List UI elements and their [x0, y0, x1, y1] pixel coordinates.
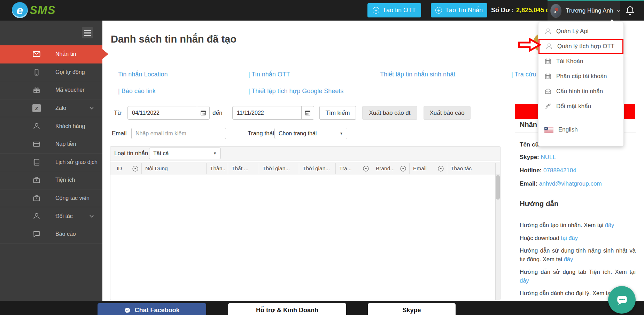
sidebar-item-tien-ich[interactable]: Tiện ích	[0, 171, 102, 189]
guide-item: Hướng dẫn sử dụng tab Tiện ích. Xem tại …	[520, 268, 636, 285]
messenger-icon	[124, 307, 131, 314]
user-menu-trigger[interactable]: Trương Hùng Anh	[548, 1, 620, 21]
status-select[interactable]: Chọn trạng thái	[274, 128, 347, 139]
column-header-noi-dung[interactable]: Nội Dung	[142, 163, 207, 174]
message-type-value: Tất cả	[153, 150, 169, 157]
briefcase-icon	[32, 194, 41, 203]
sidebar-item-doi-tac[interactable]: Đối tác	[0, 207, 102, 225]
link-bao-cao-link[interactable]: | Báo cáo link	[118, 88, 156, 95]
link-tra-cuu[interactable]: | Tra cứu	[511, 71, 536, 78]
column-header-thoi-gian-1[interactable]: Thời gian...	[259, 163, 299, 174]
guide-link[interactable]: đây	[520, 277, 529, 284]
user-dropdown-menu: Quản Lý Api Quản lý tích hợp OTT Tài Kho…	[538, 22, 624, 147]
chat-facebook-button[interactable]: Chat Facebook	[98, 303, 206, 315]
menu-item-change-password[interactable]: Đổi mật khẩu	[538, 99, 623, 114]
column-header-thao-tac[interactable]: Thao tác	[447, 163, 495, 174]
table-toolbar: Loại tin nhắn Tất cả	[110, 147, 500, 160]
sidebar-toggle-button[interactable]	[82, 27, 93, 38]
person-icon	[32, 212, 41, 221]
chat-bubble-icon	[615, 293, 629, 307]
support-business-button[interactable]: Hỗ trợ & Kinh Doanh	[228, 303, 346, 315]
calendar-icon	[544, 73, 552, 80]
messages-table: Loại tin nhắn Tất cả ID Nội Dung Thàn...…	[110, 146, 501, 300]
from-date-group	[127, 106, 210, 120]
support-hotline-line: Hotline: 0788942104	[520, 167, 576, 174]
menu-separator	[538, 118, 623, 118]
calendar-addon-button[interactable]	[301, 106, 314, 119]
filter-icon[interactable]	[400, 165, 406, 172]
column-header-brandname[interactable]: Brand...	[372, 163, 410, 174]
menu-item-label: Cấu hình tin nhắn	[556, 88, 603, 95]
create-ott-button[interactable]: Tạo tin OTT	[367, 3, 421, 17]
to-date-input[interactable]	[233, 106, 301, 119]
sidebar-item-khach-hang[interactable]: Khách hàng	[0, 117, 102, 135]
guide-item: Hướng dẫn tạo tin nhắn. Xem tại đây	[520, 221, 636, 230]
footer-bar: Chat Facebook Hỗ trợ & Kinh Doanh Skype	[0, 301, 644, 315]
link-thiet-lap-sinh-nhat[interactable]: Thiết lập tin nhắn sinh nhật	[380, 71, 455, 78]
column-header-trang-thai[interactable]: Trạ...	[336, 163, 372, 174]
menu-item-account-hierarchy[interactable]: Phân cấp tài khoản	[538, 69, 623, 84]
sidebar-item-label: Nhắn tin	[55, 51, 76, 57]
status-select-value: Chọn trạng thái	[279, 130, 317, 137]
link-tin-nhan-location[interactable]: Tin nhắn Location	[118, 71, 168, 78]
skype-value-link[interactable]: NULL	[541, 154, 556, 160]
column-header-email[interactable]: Email	[410, 163, 447, 174]
vertical-scrollbar[interactable]	[495, 174, 500, 300]
email-search-input[interactable]	[131, 128, 226, 139]
person-icon	[545, 43, 553, 50]
menu-item-ott-integration[interactable]: Quản lý tích hợp OTT	[538, 39, 623, 54]
sidebar-item-nap-tien[interactable]: Nạp tiền	[0, 135, 102, 153]
menu-item-account[interactable]: Tài Khoản	[538, 54, 623, 69]
sidebar-item-ma-voucher[interactable]: Mã voucher	[0, 81, 102, 99]
language-label: English	[558, 126, 578, 133]
menu-item-api-management[interactable]: Quản Lý Api	[538, 24, 623, 39]
link-tin-nhan-ott[interactable]: | Tin nhắn OTT	[248, 71, 290, 78]
sidebar-item-zalo[interactable]: Z Zalo	[0, 99, 102, 118]
scrollbar-thumb[interactable]	[496, 175, 500, 200]
guide-link[interactable]: đây	[564, 256, 573, 262]
zalo-icon: Z	[32, 104, 41, 113]
filter-icon[interactable]	[132, 165, 139, 172]
sidebar-item-goi-tu-dong[interactable]: Gọi tự động	[0, 63, 102, 82]
menu-item-message-config[interactable]: Cấu hình tin nhắn	[538, 84, 623, 99]
column-header-id[interactable]: ID	[110, 163, 142, 174]
create-message-label: Tạo Tin Nhắn	[445, 7, 483, 14]
to-label: đến	[212, 110, 222, 117]
guide-link[interactable]: đây	[605, 222, 614, 228]
esms-logo[interactable]: e SMS	[12, 2, 56, 18]
skype-button[interactable]: Skype	[368, 303, 456, 315]
search-button[interactable]: Tìm kiếm	[319, 106, 356, 120]
from-date-input[interactable]	[128, 106, 197, 119]
sidebar-item-lich-su-giao-dich[interactable]: Lịch sử giao dịch	[0, 153, 102, 172]
notifications-bell[interactable]	[625, 5, 637, 17]
support-heading: Nhân	[520, 121, 537, 129]
topbar: e SMS Tạo tin OTT Tạo Tin Nhắn Số Dư : 2…	[0, 0, 644, 21]
filter-icon[interactable]	[437, 165, 444, 172]
esms-logo-text: SMS	[30, 3, 56, 17]
header-filler	[495, 163, 500, 174]
skype-label: Skype:	[520, 154, 539, 160]
export-phone-report-button[interactable]: Xuất báo cáo đt	[362, 106, 417, 120]
sidebar-item-nhan-tin[interactable]: Nhắn tin	[0, 45, 102, 63]
create-message-button[interactable]: Tạo Tin Nhắn	[431, 3, 487, 17]
support-email-link[interactable]: anhvd@vihatgroup.com	[539, 180, 602, 187]
sidebar-item-cong-tac-vien[interactable]: Cộng tác viên	[0, 189, 102, 208]
chat-widget-button[interactable]	[608, 286, 636, 314]
guide-link[interactable]: tại đây	[561, 235, 578, 241]
calendar-addon-button[interactable]	[197, 106, 209, 119]
hotline-value-link[interactable]: 0788942104	[543, 167, 576, 174]
filter-icon[interactable]	[363, 165, 369, 172]
message-type-select[interactable]: Tất cả	[149, 148, 221, 159]
sidebar-item-bao-cao[interactable]: Báo cáo	[0, 225, 102, 243]
link-google-sheets[interactable]: | Thiết lập tích hợp Google Sheets	[248, 88, 343, 95]
column-header-that-bai[interactable]: Thất ...	[228, 163, 259, 174]
to-date-group	[232, 106, 314, 120]
guide-divider	[515, 213, 636, 213]
support-email-line: Email: anhvd@vihatgroup.com	[520, 180, 602, 187]
menu-item-language-english[interactable]: English	[538, 122, 623, 138]
status-label: Trạng thái	[248, 130, 274, 137]
column-header-thoi-gian-2[interactable]: Thời gian...	[299, 163, 336, 174]
table-body-empty	[110, 174, 500, 300]
column-header-thanh-cong[interactable]: Thàn...	[207, 163, 228, 174]
export-report-button[interactable]: Xuất báo cáo	[424, 106, 471, 120]
